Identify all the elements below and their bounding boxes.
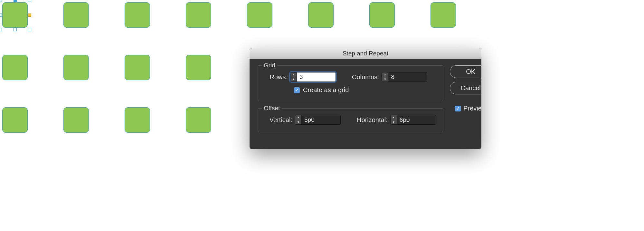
rows-label: Rows: bbox=[265, 73, 288, 81]
horizontal-step-down-icon[interactable]: ▼ bbox=[391, 120, 397, 125]
columns-step-up-icon[interactable]: ▲ bbox=[382, 72, 388, 77]
rows-stepper[interactable]: ▲ ▼ bbox=[290, 72, 336, 82]
canvas-square[interactable] bbox=[431, 2, 456, 28]
canvas-square[interactable] bbox=[63, 2, 89, 28]
offset-fieldset: Offset Vertical: ▲ ▼ Horizontal bbox=[258, 108, 443, 132]
horizontal-input[interactable] bbox=[397, 115, 436, 124]
selection-handle-bm[interactable] bbox=[14, 28, 17, 31]
grid-fieldset: Grid Rows: ▲ ▼ Columns: bbox=[258, 65, 443, 101]
preview-checkbox[interactable]: ✓ bbox=[455, 106, 461, 111]
canvas-square[interactable] bbox=[2, 2, 28, 28]
columns-input[interactable] bbox=[388, 72, 427, 82]
selection-handle-tl[interactable] bbox=[0, 0, 2, 2]
vertical-step-up-icon[interactable]: ▲ bbox=[295, 115, 301, 120]
dialog-title: Step and Repeat bbox=[250, 48, 481, 59]
canvas-square[interactable] bbox=[2, 55, 28, 80]
horizontal-stepper[interactable]: ▲ ▼ bbox=[390, 115, 436, 125]
canvas-square[interactable] bbox=[125, 107, 150, 133]
step-and-repeat-dialog: Step and Repeat Grid Rows: ▲ ▼ bbox=[250, 48, 481, 149]
selection-handle-mr[interactable] bbox=[28, 14, 31, 17]
vertical-stepper[interactable]: ▲ ▼ bbox=[295, 115, 341, 125]
cancel-button[interactable]: Cancel bbox=[450, 82, 481, 94]
preview-label[interactable]: Preview bbox=[463, 105, 481, 112]
create-as-grid-label[interactable]: Create as a grid bbox=[303, 86, 349, 94]
horizontal-label: Horizontal: bbox=[357, 116, 388, 124]
canvas-square[interactable] bbox=[247, 2, 272, 28]
horizontal-step-up-icon[interactable]: ▲ bbox=[391, 115, 397, 120]
canvas-square[interactable] bbox=[63, 107, 89, 133]
canvas-square[interactable] bbox=[125, 2, 150, 28]
canvas-square[interactable] bbox=[308, 2, 334, 28]
vertical-label: Vertical: bbox=[265, 116, 292, 124]
rows-step-down-icon[interactable]: ▼ bbox=[290, 77, 297, 82]
rows-input[interactable] bbox=[297, 72, 336, 82]
canvas-square[interactable] bbox=[2, 107, 28, 133]
columns-label: Columns: bbox=[352, 73, 379, 81]
canvas-square[interactable] bbox=[63, 55, 89, 80]
rows-step-up-icon[interactable]: ▲ bbox=[290, 72, 297, 77]
selection-handle-ml[interactable] bbox=[0, 14, 2, 17]
selection-handle-br[interactable] bbox=[28, 28, 31, 31]
selection-handle-bl[interactable] bbox=[0, 28, 2, 31]
selection-handle-tm[interactable] bbox=[14, 0, 17, 2]
canvas-square[interactable] bbox=[186, 2, 211, 28]
selection-handle-tr[interactable] bbox=[28, 0, 31, 2]
canvas-square[interactable] bbox=[186, 107, 211, 133]
grid-legend: Grid bbox=[262, 62, 277, 69]
canvas-square[interactable] bbox=[369, 2, 395, 28]
offset-legend: Offset bbox=[262, 105, 282, 112]
canvas-square[interactable] bbox=[125, 55, 150, 80]
vertical-input[interactable] bbox=[302, 115, 340, 124]
create-as-grid-checkbox[interactable]: ✓ bbox=[294, 87, 300, 93]
columns-step-down-icon[interactable]: ▼ bbox=[382, 77, 388, 82]
columns-stepper[interactable]: ▲ ▼ bbox=[382, 72, 427, 82]
ok-button[interactable]: OK bbox=[450, 65, 481, 78]
canvas-square[interactable] bbox=[186, 55, 211, 80]
vertical-step-down-icon[interactable]: ▼ bbox=[295, 120, 301, 125]
